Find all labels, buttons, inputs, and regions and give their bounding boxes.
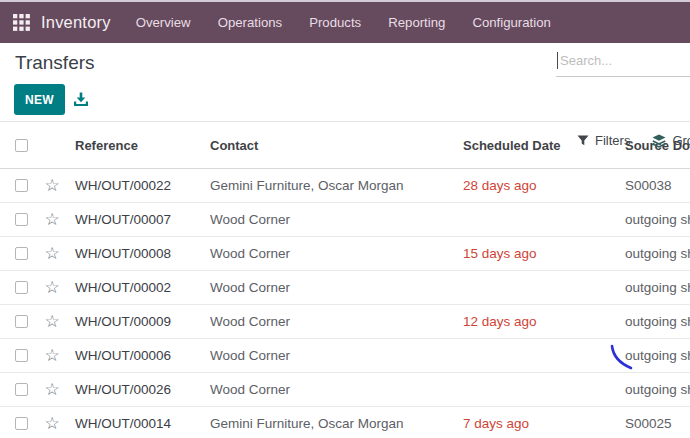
favorite-star-icon[interactable]: ☆ [44, 347, 59, 364]
row-checkbox[interactable] [15, 281, 28, 294]
contact-cell[interactable]: Wood Corner [210, 314, 463, 329]
favorite-star-icon[interactable]: ☆ [44, 415, 59, 432]
row-checkbox[interactable] [15, 315, 28, 328]
nav-item-reporting[interactable]: Reporting [388, 15, 445, 30]
group-by-label: Group By [672, 133, 690, 148]
search-input[interactable] [556, 46, 690, 76]
favorite-star-icon[interactable]: ☆ [44, 245, 59, 262]
table-row[interactable]: ☆ WH/OUT/00008 Wood Corner 15 days ago o… [0, 237, 690, 271]
group-by-button[interactable]: Group By [652, 133, 690, 148]
text-caret [557, 52, 558, 69]
contact-cell[interactable]: Wood Corner [210, 348, 463, 363]
contact-cell[interactable]: Gemini Furniture, Oscar Morgan [210, 178, 463, 193]
scheduled-date-cell[interactable]: 15 days ago [463, 246, 625, 261]
source-document-cell[interactable]: S00025 [625, 416, 690, 431]
row-checkbox[interactable] [15, 179, 28, 192]
control-panel: Transfers NEW Filters Group [0, 43, 690, 121]
contact-cell[interactable]: Gemini Furniture, Oscar Morgan [210, 416, 463, 431]
source-document-cell[interactable]: outgoing shipment [625, 246, 690, 261]
apps-grid-icon[interactable] [13, 14, 30, 31]
table-row[interactable]: ☆ WH/OUT/00007 Wood Corner outgoing ship… [0, 203, 690, 237]
row-checkbox[interactable] [15, 349, 28, 362]
scheduled-date-cell[interactable]: 28 days ago [463, 178, 625, 193]
group-by-layers-icon [652, 134, 666, 148]
reference-cell[interactable]: WH/OUT/00014 [66, 416, 210, 431]
contact-cell[interactable]: Wood Corner [210, 246, 463, 261]
favorite-star-icon[interactable]: ☆ [44, 211, 59, 228]
scheduled-date-cell[interactable]: 12 days ago [463, 314, 625, 329]
table-row[interactable]: ☆ WH/OUT/00006 Wood Corner outgoing ship… [0, 339, 690, 373]
reference-cell[interactable]: WH/OUT/00007 [66, 212, 210, 227]
nav-item-overview[interactable]: Overview [136, 15, 191, 30]
filter-funnel-icon [577, 135, 589, 146]
table-row[interactable]: ☆ WH/OUT/00002 Wood Corner outgoing ship… [0, 271, 690, 305]
export-download-icon[interactable] [72, 91, 90, 109]
new-button[interactable]: NEW [14, 84, 65, 115]
header-contact[interactable]: Contact [210, 138, 463, 153]
table-row[interactable]: ☆ WH/OUT/00026 Wood Corner outgoing ship… [0, 373, 690, 407]
header-reference[interactable]: Reference [66, 138, 210, 153]
favorite-star-icon[interactable]: ☆ [44, 313, 59, 330]
source-document-cell[interactable]: outgoing shipment [625, 212, 690, 227]
reference-cell[interactable]: WH/OUT/00008 [66, 246, 210, 261]
table-row[interactable]: ☆ WH/OUT/00009 Wood Corner 12 days ago o… [0, 305, 690, 339]
filters-button[interactable]: Filters [577, 133, 630, 148]
source-document-cell[interactable]: outgoing shipment [625, 348, 690, 363]
nav-item-configuration[interactable]: Configuration [472, 15, 550, 30]
favorite-star-icon[interactable]: ☆ [44, 381, 59, 398]
nav-item-products[interactable]: Products [309, 15, 361, 30]
top-navbar: Inventory OverviewOperationsProductsRepo… [0, 2, 690, 43]
contact-cell[interactable]: Wood Corner [210, 382, 463, 397]
page-title: Transfers [15, 52, 95, 74]
search-box [556, 46, 690, 77]
table-row[interactable]: ☆ WH/OUT/00022 Gemini Furniture, Oscar M… [0, 169, 690, 203]
reference-cell[interactable]: WH/OUT/00022 [66, 178, 210, 193]
scheduled-date-cell[interactable]: 7 days ago [463, 416, 625, 431]
source-document-cell[interactable]: S00038 [625, 178, 690, 193]
source-document-cell[interactable]: outgoing shipment [625, 280, 690, 295]
reference-cell[interactable]: WH/OUT/00006 [66, 348, 210, 363]
favorite-star-icon[interactable]: ☆ [44, 177, 59, 194]
favorite-star-icon[interactable]: ☆ [44, 279, 59, 296]
table-row[interactable]: ☆ WH/OUT/00014 Gemini Furniture, Oscar M… [0, 407, 690, 438]
transfers-list: Reference Contact Scheduled Date Source … [0, 121, 690, 438]
app-name[interactable]: Inventory [41, 13, 111, 32]
reference-cell[interactable]: WH/OUT/00026 [66, 382, 210, 397]
contact-cell[interactable]: Wood Corner [210, 280, 463, 295]
search-options: Filters Group By [577, 133, 690, 148]
filters-label: Filters [595, 133, 630, 148]
reference-cell[interactable]: WH/OUT/00009 [66, 314, 210, 329]
source-document-cell[interactable]: outgoing shipment [625, 382, 690, 397]
row-checkbox[interactable] [15, 417, 28, 430]
reference-cell[interactable]: WH/OUT/00002 [66, 280, 210, 295]
nav-item-operations[interactable]: Operations [218, 15, 283, 30]
contact-cell[interactable]: Wood Corner [210, 212, 463, 227]
row-checkbox[interactable] [15, 247, 28, 260]
nav-menu: OverviewOperationsProductsReportingConfi… [136, 15, 551, 30]
row-checkbox[interactable] [15, 383, 28, 396]
source-document-cell[interactable]: outgoing shipment [625, 314, 690, 329]
select-all-checkbox[interactable] [15, 139, 28, 152]
table-body: ☆ WH/OUT/00022 Gemini Furniture, Oscar M… [0, 169, 690, 438]
row-checkbox[interactable] [15, 213, 28, 226]
